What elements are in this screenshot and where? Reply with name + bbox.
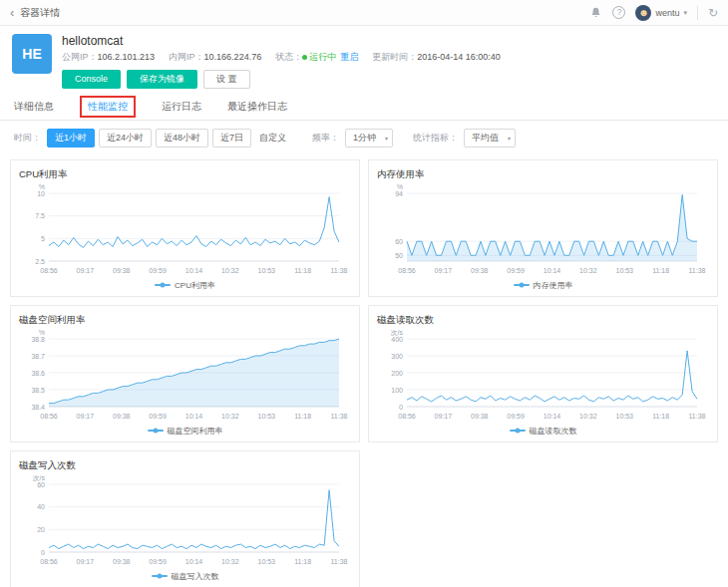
svg-text:38.7: 38.7 — [31, 352, 45, 359]
svg-text:10:14: 10:14 — [544, 267, 561, 274]
tab-0[interactable]: 详细信息 — [14, 100, 54, 114]
time-range-pill-3[interactable]: 近7日 — [212, 129, 251, 147]
svg-text:20: 20 — [37, 526, 45, 533]
svg-text:38.8: 38.8 — [31, 335, 45, 342]
public-ip: 公网IP：106.2.101.213 — [62, 51, 155, 64]
svg-text:08:56: 08:56 — [398, 267, 416, 274]
legend-line-icon — [514, 284, 530, 286]
chart-legend[interactable]: 磁盘读取次数 — [377, 426, 709, 437]
svg-text:200: 200 — [391, 369, 403, 376]
svg-text:10: 10 — [37, 189, 45, 196]
svg-text:5: 5 — [41, 235, 45, 242]
settings-button[interactable]: 设 置 — [203, 70, 250, 89]
chart-title: 磁盘读取次数 — [377, 314, 709, 327]
svg-text:11:38: 11:38 — [331, 558, 348, 565]
help-icon[interactable]: ? — [612, 6, 625, 19]
instance-info-row: 公网IP：106.2.101.213 内网IP：10.166.224.76 状态… — [62, 51, 501, 64]
instance-header: HE hellotomcat 公网IP：106.2.101.213 内网IP：1… — [0, 26, 728, 95]
refresh-icon[interactable]: ↻ — [708, 7, 718, 19]
save-as-image-button[interactable]: 保存为镜像 — [127, 70, 197, 89]
svg-text:09:38: 09:38 — [471, 267, 489, 274]
svg-text:38.6: 38.6 — [31, 369, 45, 376]
chevron-down-icon: ▾ — [385, 135, 388, 142]
svg-text:09:38: 09:38 — [113, 558, 131, 565]
svg-text:08:56: 08:56 — [40, 267, 58, 274]
topbar-actions: ? ☻ wentu ▾ ↻ — [589, 5, 718, 21]
svg-text:11:38: 11:38 — [689, 267, 706, 274]
filter-bar: 时间： 近1小时近24小时近48小时近7日 自定义 频率： 1分钟▾ 统计指标：… — [0, 121, 728, 155]
divider — [697, 6, 698, 20]
svg-text:10:53: 10:53 — [257, 413, 275, 420]
chart-legend[interactable]: 磁盘空间利用率 — [19, 426, 351, 437]
legend-line-icon — [152, 575, 168, 577]
chevron-down-icon: ▾ — [508, 135, 511, 142]
time-label: 时间： — [14, 132, 41, 145]
user-menu[interactable]: ☻ wentu ▾ — [635, 5, 687, 21]
svg-text:10:14: 10:14 — [185, 267, 203, 274]
svg-text:%: % — [39, 329, 45, 336]
svg-text:09:59: 09:59 — [149, 267, 167, 274]
svg-text:11:18: 11:18 — [294, 558, 311, 565]
svg-text:60: 60 — [37, 480, 45, 487]
svg-text:0: 0 — [399, 403, 403, 410]
tab-2[interactable]: 运行日志 — [162, 100, 201, 114]
back-icon[interactable]: ‹ — [10, 6, 14, 19]
console-button[interactable]: Console — [62, 70, 121, 89]
avatar: ☻ — [635, 5, 651, 21]
svg-text:10:53: 10:53 — [257, 267, 275, 274]
chart-legend[interactable]: 磁盘写入次数 — [19, 571, 351, 582]
svg-text:09:17: 09:17 — [435, 267, 453, 274]
svg-text:09:38: 09:38 — [113, 413, 131, 420]
restart-link[interactable]: 重启 — [340, 52, 358, 62]
chart-card-3: 磁盘读取次数 0100200300400次/s08:5609:1709:3809… — [368, 305, 718, 442]
svg-text:次/s: 次/s — [33, 474, 46, 482]
svg-text:400: 400 — [391, 335, 403, 342]
chart-legend[interactable]: 内存使用率 — [377, 280, 709, 291]
tabs: 详细信息性能监控运行日志最近操作日志 — [0, 95, 728, 121]
chart-plot: 0100200300400次/s08:5609:1709:3809:5910:1… — [377, 329, 709, 425]
username: wentu — [655, 8, 679, 18]
chart-legend[interactable]: CPU利用率 — [19, 280, 351, 291]
chart-card-4: 磁盘写入次数 0204060次/s08:5609:1709:3809:5910:… — [10, 450, 360, 587]
instance-avatar: HE — [12, 34, 52, 74]
svg-text:11:38: 11:38 — [331, 267, 348, 274]
time-range-pill-2[interactable]: 近48小时 — [156, 129, 208, 147]
svg-text:次/s: 次/s — [391, 329, 404, 337]
svg-text:11:38: 11:38 — [689, 413, 706, 420]
svg-text:94: 94 — [395, 189, 403, 196]
svg-text:7.5: 7.5 — [35, 212, 45, 219]
chart-title: 磁盘空间利用率 — [19, 314, 351, 327]
svg-text:40: 40 — [37, 503, 45, 510]
svg-text:10:32: 10:32 — [579, 413, 597, 420]
metric-select[interactable]: 平均值▾ — [464, 129, 516, 147]
time-range-group: 近1小时近24小时近48小时近7日 — [47, 129, 251, 147]
tab-3[interactable]: 最近操作日志 — [227, 100, 287, 114]
svg-text:%: % — [39, 183, 45, 190]
custom-range-link[interactable]: 自定义 — [259, 132, 286, 145]
bell-icon[interactable] — [589, 6, 602, 19]
svg-text:09:17: 09:17 — [77, 413, 95, 420]
svg-text:10:53: 10:53 — [257, 558, 275, 565]
frequency-select[interactable]: 1分钟▾ — [345, 129, 393, 147]
chevron-down-icon: ▾ — [683, 9, 687, 17]
updated-time: 更新时间：2016-04-14 16:00:40 — [372, 51, 501, 64]
chart-title: CPU利用率 — [19, 168, 351, 181]
legend-line-icon — [155, 284, 171, 286]
svg-text:60: 60 — [395, 237, 403, 244]
svg-text:11:38: 11:38 — [331, 413, 348, 420]
svg-text:09:59: 09:59 — [507, 267, 525, 274]
legend-label: 磁盘读取次数 — [530, 426, 577, 437]
svg-text:11:18: 11:18 — [294, 267, 311, 274]
svg-text:08:56: 08:56 — [40, 558, 58, 565]
svg-text:09:59: 09:59 — [507, 413, 525, 420]
svg-text:10:14: 10:14 — [185, 413, 203, 420]
time-range-pill-1[interactable]: 近24小时 — [99, 129, 152, 147]
time-range-pill-0[interactable]: 近1小时 — [47, 129, 95, 147]
topbar: ‹ 容器详情 ? ☻ wentu ▾ ↻ — [0, 0, 728, 26]
instance-name: hellotomcat — [62, 34, 501, 48]
chart-plot: 506094%08:5609:1709:3809:5910:1410:3210:… — [377, 183, 709, 279]
legend-label: 内存使用率 — [534, 280, 573, 291]
svg-text:09:38: 09:38 — [471, 413, 489, 420]
tab-1[interactable]: 性能监控 — [80, 96, 136, 118]
status-badge: 运行中 — [309, 52, 336, 62]
